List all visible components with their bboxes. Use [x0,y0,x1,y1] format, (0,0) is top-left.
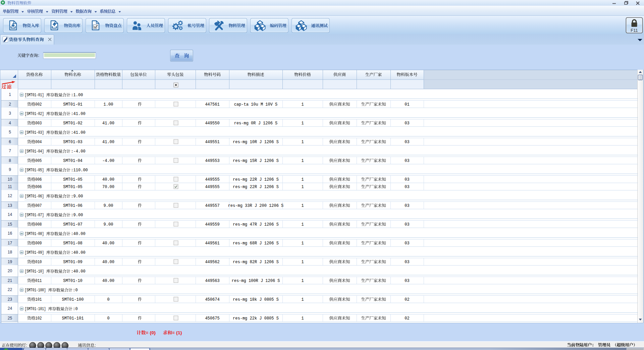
svg-text:SMT01-01: SMT01-01 [63,102,83,107]
svg-text:449550: 449550 [205,121,219,126]
svg-text:450674: 450674 [205,297,219,302]
svg-text:SMT01-05: SMT01-05 [63,185,83,189]
svg-text:1: 1 [9,92,11,97]
svg-text:7: 7 [9,149,11,153]
svg-text:40.00: 40.00 [102,177,114,182]
svg-text:03: 03 [405,140,409,144]
svg-text:10: 10 [8,177,12,182]
svg-text:01: 01 [405,102,409,107]
svg-text:23: 23 [8,297,12,302]
svg-text:[SMT01-08]: [SMT01-08] [25,232,44,236]
svg-text:SMT01-06: SMT01-06 [63,203,83,208]
svg-text:03: 03 [405,185,409,189]
svg-text:02: 02 [405,316,409,321]
svg-text:17: 17 [8,241,12,245]
svg-text:F11: F11 [631,28,638,33]
svg-text:009: 009 [35,241,42,246]
svg-text:449561: 449561 [205,241,219,246]
svg-text:21: 21 [8,278,12,283]
svg-text::: : [95,343,96,348]
svg-text:003: 003 [35,121,42,126]
svg-text:12: 12 [8,193,12,198]
svg-text:res-mg 82R J 1206 S: res-mg 82R J 1206 S [233,260,279,265]
svg-text:9: 9 [9,167,11,172]
svg-text:1: 1 [301,279,304,283]
svg-text:9.00: 9.00 [104,222,113,227]
svg-text:[SMT01-01]: [SMT01-01] [25,93,44,98]
svg-text:007: 007 [35,203,42,208]
svg-text:449562: 449562 [205,260,219,265]
svg-text:41.00: 41.00 [102,140,114,144]
svg-text:18: 18 [8,250,12,254]
svg-text:449555: 449555 [205,185,219,189]
svg-text::0: :0 [73,307,77,311]
svg-text:449563: 449563 [205,279,219,283]
svg-text:res-mg 22R J 1206 S: res-mg 22R J 1206 S [233,185,279,189]
svg-text:3: 3 [9,111,11,116]
svg-text:449559: 449559 [205,222,219,227]
svg-text:1: 1 [301,203,304,208]
svg-text:1: 1 [301,222,304,227]
svg-text::40.00: :40.00 [71,232,85,236]
svg-text:res-mg 22R J 1206 S: res-mg 22R J 1206 S [233,177,279,182]
svg-text:8: 8 [9,158,11,163]
svg-text:= {1}: = {1} [172,330,182,335]
svg-text:res-mg 18k J 0805 S: res-mg 18k J 0805 S [233,297,279,302]
svg-text:4: 4 [9,121,11,125]
svg-text:cap-ta 10u M 10V S: cap-ta 10u M 10V S [234,102,278,107]
svg-text:= {0}: = {0} [146,330,156,335]
svg-text:SMT01-101: SMT01-101 [62,316,84,321]
svg-text::40.00: :40.00 [71,250,85,255]
svg-text:SMT01-04: SMT01-04 [63,159,83,163]
svg-text:010: 010 [35,260,42,265]
svg-text::0: :0 [73,288,77,293]
svg-text:449555: 449555 [205,177,219,182]
svg-text:16: 16 [8,231,12,236]
svg-text:03: 03 [405,121,409,126]
svg-text:22: 22 [8,287,12,292]
svg-text:03: 03 [405,222,409,227]
svg-text:res-mg 100R J 1206 S: res-mg 100R J 1206 S [231,279,280,283]
svg-text:70.00: 70.00 [102,185,114,189]
svg-text:6: 6 [9,139,11,144]
svg-text:03: 03 [405,260,409,265]
svg-text:03: 03 [405,203,409,208]
svg-text::9.00: :9.00 [71,194,83,199]
svg-text:005: 005 [35,159,42,163]
svg-text:40.00: 40.00 [102,241,114,246]
svg-text:1: 1 [301,177,304,182]
svg-text:101: 101 [35,297,42,302]
svg-text:11: 11 [8,184,12,189]
svg-text:SMT01-10: SMT01-10 [63,279,83,283]
svg-text:SMT01-08: SMT01-08 [63,241,83,246]
svg-text:res-mg 0R J 1206 S: res-mg 0R J 1206 S [234,121,278,126]
svg-text:24: 24 [8,306,12,311]
svg-text:[SMT01-09]: [SMT01-09] [25,250,44,255]
svg-text:006: 006 [35,177,42,182]
svg-text:40.00: 40.00 [102,279,114,283]
svg-text:40.00: 40.00 [102,260,114,265]
svg-text:002: 002 [35,102,42,107]
svg-text:0: 0 [107,297,109,302]
svg-text:02: 02 [405,297,409,302]
svg-text:-4.00: -4.00 [102,159,114,163]
svg-text:1: 1 [301,260,304,265]
svg-text:[SMT01-03]: [SMT01-03] [25,130,44,135]
svg-text:03: 03 [405,159,409,163]
svg-text:13: 13 [8,203,12,208]
svg-text::9.00: :9.00 [71,213,83,218]
svg-text:2: 2 [9,102,11,107]
svg-text:[SMT01-101]: [SMT01-101] [25,307,46,311]
svg-text:1: 1 [301,159,304,163]
svg-text:03: 03 [405,241,409,246]
svg-text::41.00: :41.00 [71,130,85,135]
svg-text:[SMT01-05]: [SMT01-05] [25,168,44,173]
svg-text:449551: 449551 [205,140,219,144]
svg-text:20: 20 [8,269,12,273]
svg-text:SMT01-100: SMT01-100 [62,297,84,302]
svg-text::110.00: :110.00 [71,168,88,173]
svg-text:5: 5 [9,130,11,134]
svg-text:SMT01-07: SMT01-07 [63,222,83,227]
svg-text:[SMT01-100]: [SMT01-100] [25,288,46,293]
svg-text:res-mg 33R J 200 1206 S: res-mg 33R J 200 1206 S [228,203,284,208]
